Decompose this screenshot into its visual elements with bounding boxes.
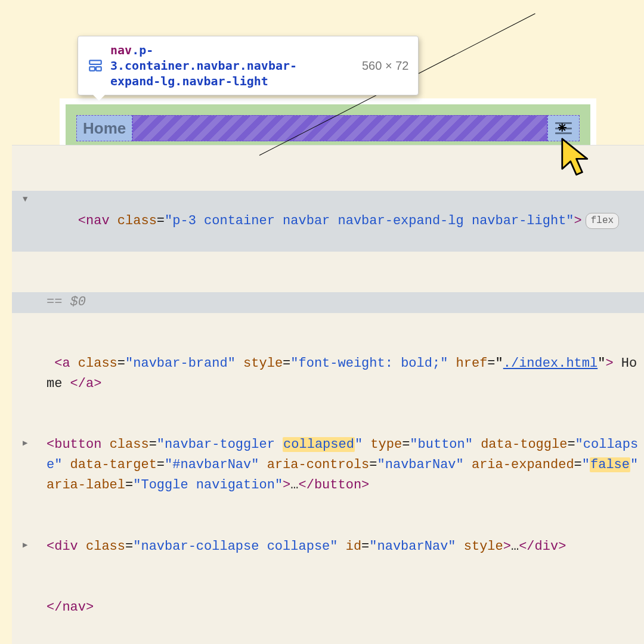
- expand-arrow-icon[interactable]: ▼: [23, 193, 27, 206]
- svg-rect-2: [96, 67, 101, 71]
- code-line-div[interactable]: ▶<div class="navbar-collapse collapse" i…: [12, 537, 644, 557]
- code-line-anchor[interactable]: <a class="navbar-brand" style="font-weig…: [12, 354, 644, 394]
- expand-arrow-icon[interactable]: ▶: [23, 539, 27, 552]
- code-line-nav-close[interactable]: </nav>: [12, 597, 644, 618]
- inspector-tooltip: nav.p-3.container.navbar.navbar-expand-l…: [78, 36, 419, 95]
- svg-rect-1: [89, 67, 95, 71]
- devtools-elements-panel[interactable]: ▼<nav class="p-3 container navbar navbar…: [12, 145, 644, 644]
- navbar-flex-space: [132, 115, 547, 141]
- navbar-brand-text: Home: [83, 119, 126, 138]
- tooltip-dimensions: 560 × 72: [362, 59, 408, 73]
- svg-rect-0: [89, 60, 101, 64]
- flex-badge[interactable]: flex: [586, 213, 619, 229]
- navbar-brand[interactable]: Home: [76, 115, 132, 141]
- tooltip-selector: nav.p-3.container.navbar.navbar-expand-l…: [110, 42, 337, 89]
- code-line-nav-open[interactable]: ▼<nav class="p-3 container navbar navbar…: [12, 191, 644, 252]
- code-line-button[interactable]: ▶<button class="navbar-toggler collapsed…: [12, 435, 644, 496]
- cursor-icon: [561, 137, 594, 181]
- expand-arrow-icon[interactable]: ▶: [23, 437, 27, 450]
- code-line-selected-marker: == $0: [12, 292, 644, 312]
- layout-icon: [88, 58, 103, 73]
